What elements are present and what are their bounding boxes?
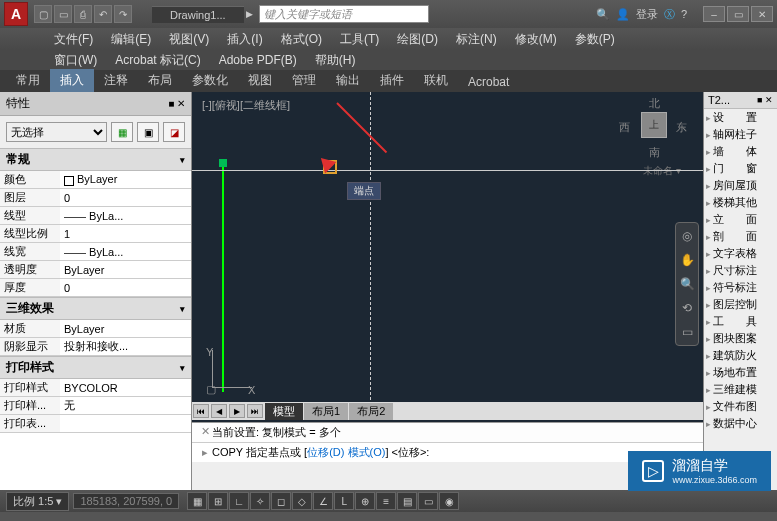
ribbon-tab-插入[interactable]: 插入 [50,69,94,92]
palette-item[interactable]: 符号标注 [704,279,777,296]
tab-prev-icon[interactable]: ◀ [211,404,227,418]
ribbon-tab-Acrobat[interactable]: Acrobat [458,72,519,92]
menu-视图(V)[interactable]: 视图(V) [161,29,217,50]
ribbon-tab-输出[interactable]: 输出 [326,69,370,92]
grip-start[interactable] [219,159,227,167]
props-row[interactable]: 打印表... [0,415,191,433]
palette-item[interactable]: 场地布置 [704,364,777,381]
user-icon[interactable]: 👤 [616,8,630,21]
sb-lwt-icon[interactable]: ≡ [376,492,396,510]
sb-tpy-icon[interactable]: ▤ [397,492,417,510]
select-objects-icon[interactable]: ▣ [137,122,159,142]
search-input[interactable]: 键入关键字或短语 [259,5,429,23]
drawing-canvas[interactable]: [-][俯视][二维线框] 北 南 西 东 上 未命名 ▾ ◎ ✋ 🔍 ⟲ ▭ … [192,92,703,490]
viewcube-top[interactable]: 上 [641,112,667,138]
qat-new-icon[interactable]: ▢ [34,5,52,23]
sb-grid-icon[interactable]: ▦ [187,492,207,510]
nav-pan-icon[interactable]: ✋ [678,251,696,269]
palette-item[interactable]: 尺寸标注 [704,262,777,279]
layout-tab-布局2[interactable]: 布局2 [349,403,393,420]
scale-control[interactable]: 比例 1:5 ▾ [6,492,69,511]
sb-snap-icon[interactable]: ⊞ [208,492,228,510]
palette-item[interactable]: 图层控制 [704,296,777,313]
cmd-close-icon[interactable]: ✕ [198,425,212,440]
viewcube-n[interactable]: 北 [649,96,660,111]
props-row[interactable]: 图层0 [0,189,191,207]
menu-工具(T)[interactable]: 工具(T) [332,29,387,50]
ribbon-tab-常用[interactable]: 常用 [6,69,50,92]
palette-item[interactable]: 数据中心 [704,415,777,432]
palette-item[interactable]: 门 窗 [704,160,777,177]
wcs-label[interactable]: 未命名 ▾ [643,164,681,178]
menu-Adobe PDF(B)[interactable]: Adobe PDF(B) [211,51,305,69]
palette-close-icon[interactable]: ■ ✕ [168,98,185,109]
maximize-button[interactable]: ▭ [727,6,749,22]
ribbon-tab-参数化[interactable]: 参数化 [182,69,238,92]
menu-插入(I)[interactable]: 插入(I) [219,29,270,50]
sb-sc-icon[interactable]: ◉ [439,492,459,510]
palette-item[interactable]: 文件布图 [704,398,777,415]
palette-item[interactable]: 工 具 [704,313,777,330]
sb-qp-icon[interactable]: ▭ [418,492,438,510]
sb-dyn-icon[interactable]: ⊕ [355,492,375,510]
menu-修改(M)[interactable]: 修改(M) [507,29,565,50]
menu-帮助(H)[interactable]: 帮助(H) [307,50,364,71]
menu-参数(P)[interactable]: 参数(P) [567,29,623,50]
nav-zoom-icon[interactable]: 🔍 [678,275,696,293]
viewcube-e[interactable]: 东 [676,120,687,135]
tab-next-icon[interactable]: ▶ [229,404,245,418]
props-row[interactable]: 线宽—— ByLa... [0,243,191,261]
viewcube[interactable]: 北 南 西 东 上 [623,98,683,158]
menu-格式(O)[interactable]: 格式(O) [273,29,330,50]
tab-last-icon[interactable]: ⏭ [247,404,263,418]
sb-osnap-icon[interactable]: ◻ [271,492,291,510]
palette-item[interactable]: 墙 体 [704,143,777,160]
nav-showmotion-icon[interactable]: ▭ [678,323,696,341]
palette-item[interactable]: 房间屋顶 [704,177,777,194]
ribbon-tab-插件[interactable]: 插件 [370,69,414,92]
props-row[interactable]: 厚度0 [0,279,191,297]
ribbon-tab-联机[interactable]: 联机 [414,69,458,92]
tab-first-icon[interactable]: ⏮ [193,404,209,418]
ucs-icon[interactable]: Y X ▢ [202,350,252,400]
layout-tab-布局1[interactable]: 布局1 [304,403,348,420]
nav-wheel-icon[interactable]: ◎ [678,227,696,245]
menu-窗口(W)[interactable]: 窗口(W) [46,50,105,71]
props-row[interactable]: 透明度ByLayer [0,261,191,279]
sb-ortho-icon[interactable]: ∟ [229,492,249,510]
props-row[interactable]: 材质ByLayer [0,320,191,338]
minimize-button[interactable]: – [703,6,725,22]
nav-orbit-icon[interactable]: ⟲ [678,299,696,317]
palette-item[interactable]: 剖 面 [704,228,777,245]
menu-编辑(E)[interactable]: 编辑(E) [103,29,159,50]
sb-ducs-icon[interactable]: L [334,492,354,510]
drawing-tab[interactable]: Drawing1... [152,6,244,23]
palette-item[interactable]: 三维建模 [704,381,777,398]
palette-item[interactable]: 建筑防火 [704,347,777,364]
quick-select-icon[interactable]: ▦ [111,122,133,142]
palette-menu-icon[interactable]: ■ ✕ [757,95,773,105]
viewport-label[interactable]: [-][俯视][二维线框] [202,98,290,113]
sb-polar-icon[interactable]: ✧ [250,492,270,510]
qat-open-icon[interactable]: ▭ [54,5,72,23]
props-row[interactable]: 打印样式BYCOLOR [0,379,191,397]
palette-item[interactable]: 文字表格 [704,245,777,262]
palette-item[interactable]: 轴网柱子 [704,126,777,143]
props-row[interactable]: 线型—— ByLa... [0,207,191,225]
palette-item[interactable]: 图块图案 [704,330,777,347]
menu-Acrobat 标记(C)[interactable]: Acrobat 标记(C) [107,50,208,71]
selection-filter[interactable]: 无选择 [6,122,107,142]
props-section-general[interactable]: 常规 [0,148,191,171]
ribbon-tab-视图[interactable]: 视图 [238,69,282,92]
props-row[interactable]: 线型比例1 [0,225,191,243]
exchange-icon[interactable]: Ⓧ [664,7,675,22]
palette-item[interactable]: 立 面 [704,211,777,228]
tab-play-icon[interactable]: ▶ [246,9,253,19]
menu-文件(F)[interactable]: 文件(F) [46,29,101,50]
sb-otrack-icon[interactable]: ∠ [313,492,333,510]
close-button[interactable]: ✕ [751,6,773,22]
viewcube-w[interactable]: 西 [619,120,630,135]
props-row[interactable]: 阴影显示投射和接收... [0,338,191,356]
props-section-plot[interactable]: 打印样式 [0,356,191,379]
qat-undo-icon[interactable]: ↶ [94,5,112,23]
